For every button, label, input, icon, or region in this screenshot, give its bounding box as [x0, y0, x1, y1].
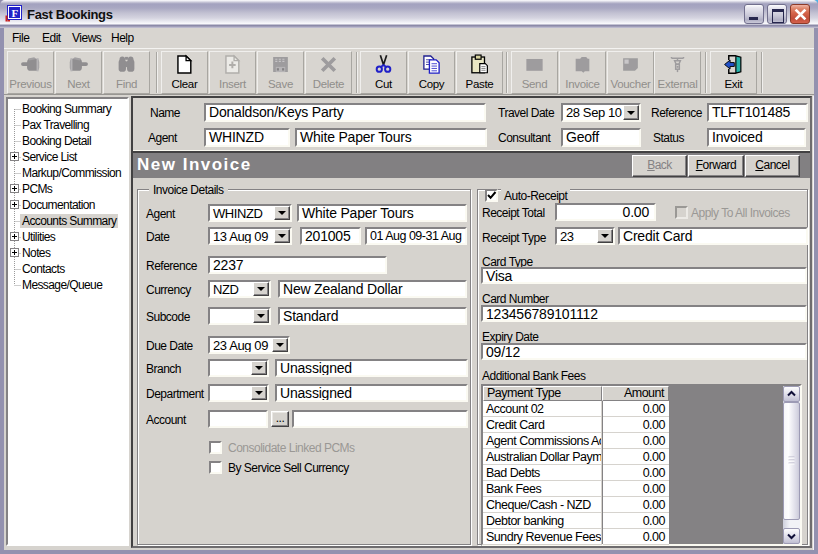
svg-text:F: F	[12, 7, 19, 19]
